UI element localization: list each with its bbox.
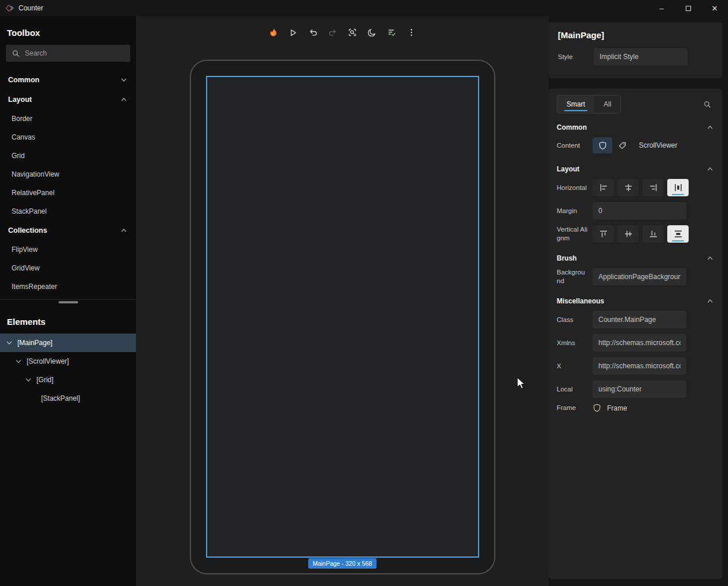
maximize-icon bbox=[686, 6, 691, 11]
undo-icon bbox=[308, 28, 318, 37]
class-label: Class bbox=[557, 316, 593, 324]
background-row: Background bbox=[557, 268, 714, 285]
align-stretch-vertical-icon bbox=[674, 229, 683, 239]
play-icon bbox=[289, 28, 297, 37]
properties-panel: [MainPage] Style Smart All Common bbox=[549, 16, 728, 586]
align-stretch-horizontal-button[interactable] bbox=[667, 179, 689, 196]
more-options-button[interactable] bbox=[404, 25, 419, 40]
chevron-up-icon bbox=[706, 297, 714, 305]
align-top-icon bbox=[599, 229, 608, 239]
vertical-alignment-row: Vertical Alignm bbox=[557, 225, 714, 243]
toolbox-item-flipview[interactable]: FlipView bbox=[0, 240, 136, 259]
content-row: Content ScrollViewer bbox=[557, 137, 714, 153]
x-input[interactable] bbox=[593, 357, 686, 375]
toolbox-item-grid[interactable]: Grid bbox=[0, 146, 136, 165]
undo-button[interactable] bbox=[306, 25, 321, 40]
toolbox-item-navigationview[interactable]: NavigationView bbox=[0, 165, 136, 184]
toolbox-item-stackpanel[interactable]: StackPanel bbox=[0, 202, 136, 221]
app-logo-icon bbox=[6, 4, 14, 12]
hot-design-button[interactable] bbox=[266, 25, 281, 40]
shield-icon bbox=[593, 404, 601, 412]
play-button[interactable] bbox=[286, 25, 301, 40]
tree-item-grid[interactable]: [Grid] bbox=[0, 371, 136, 389]
maximize-button[interactable] bbox=[675, 0, 701, 16]
x-row: X bbox=[557, 357, 714, 375]
content-element-button[interactable] bbox=[593, 137, 612, 153]
device-frame: MainPage - 320 x 568 bbox=[190, 60, 495, 574]
window-controls: – ✕ bbox=[648, 0, 728, 16]
align-center-button[interactable] bbox=[617, 179, 639, 196]
section-layout[interactable]: Layout bbox=[557, 159, 714, 179]
content-tag-button[interactable] bbox=[612, 137, 632, 153]
properties-search-icon[interactable] bbox=[703, 100, 712, 109]
style-input[interactable] bbox=[594, 48, 687, 65]
toolbox-title: Toolbox bbox=[7, 28, 129, 38]
frame-label: Frame bbox=[557, 404, 593, 412]
background-input[interactable] bbox=[593, 268, 686, 285]
validation-button[interactable] bbox=[384, 25, 399, 40]
theme-toggle-button[interactable] bbox=[365, 25, 380, 40]
x-label: X bbox=[557, 362, 593, 371]
align-left-button[interactable] bbox=[593, 179, 614, 196]
frame-value[interactable]: Frame bbox=[607, 404, 627, 412]
section-brush[interactable]: Brush bbox=[557, 248, 714, 268]
tree-item-scrollviewer[interactable]: [ScrollViewer] bbox=[0, 352, 136, 371]
frame-row: Frame Frame bbox=[557, 404, 714, 412]
align-stretch-vertical-button[interactable] bbox=[667, 225, 689, 243]
redo-icon bbox=[328, 28, 337, 37]
align-center-icon bbox=[624, 183, 633, 192]
toolbox-item-border[interactable]: Border bbox=[0, 109, 136, 128]
tab-smart[interactable]: Smart bbox=[557, 96, 594, 113]
chevron-down-icon bbox=[5, 339, 13, 347]
mainpage-design-surface[interactable] bbox=[206, 76, 479, 558]
window-title: Counter bbox=[19, 4, 43, 12]
tree-item-mainpage[interactable]: [MainPage] bbox=[0, 334, 136, 352]
class-input[interactable] bbox=[593, 311, 686, 328]
tree-item-stackpanel[interactable]: [StackPanel] bbox=[0, 389, 136, 408]
xmlns-row: Xmlns bbox=[557, 334, 714, 351]
panel-splitter[interactable] bbox=[0, 299, 136, 305]
toolbox-item-gridview[interactable]: GridView bbox=[0, 259, 136, 277]
minimize-button[interactable]: – bbox=[648, 0, 675, 16]
align-right-button[interactable] bbox=[642, 179, 664, 196]
align-bottom-button[interactable] bbox=[642, 225, 664, 243]
toolbox-sidebar: Toolbox Common Layout Border Canvas Grid… bbox=[0, 16, 136, 586]
align-right-icon bbox=[649, 183, 658, 192]
fit-view-icon bbox=[348, 28, 357, 37]
fit-view-button[interactable] bbox=[345, 25, 360, 40]
page-size-badge: MainPage - 320 x 568 bbox=[308, 558, 377, 569]
toolbox-search[interactable] bbox=[6, 45, 130, 62]
close-button[interactable]: ✕ bbox=[701, 0, 728, 16]
xmlns-input[interactable] bbox=[593, 334, 686, 351]
toolbox-section-common[interactable]: Common bbox=[0, 70, 136, 90]
align-middle-button[interactable] bbox=[617, 225, 639, 243]
toolbox-item-itemsrepeater[interactable]: ItemsRepeater bbox=[0, 277, 136, 296]
content-value[interactable]: ScrollViewer bbox=[639, 141, 677, 149]
content-label: Content bbox=[557, 141, 593, 150]
chevron-down-icon bbox=[24, 376, 32, 384]
tab-all[interactable]: All bbox=[594, 96, 620, 113]
toolbox-item-canvas[interactable]: Canvas bbox=[0, 128, 136, 146]
chevron-up-icon bbox=[706, 165, 714, 173]
style-label: Style bbox=[558, 53, 594, 61]
margin-input[interactable] bbox=[593, 202, 686, 219]
toolbox-item-relativepanel[interactable]: RelativePanel bbox=[0, 184, 136, 202]
class-row: Class bbox=[557, 311, 714, 328]
search-input[interactable] bbox=[25, 49, 124, 57]
section-common[interactable]: Common bbox=[557, 118, 714, 137]
selected-element-title: [MainPage] bbox=[558, 30, 713, 40]
toolbox-section-collections[interactable]: Collections bbox=[0, 221, 136, 240]
xmlns-label: Xmlns bbox=[557, 339, 593, 347]
redo-button[interactable] bbox=[325, 25, 340, 40]
toolbox-section-layout[interactable]: Layout bbox=[0, 90, 136, 109]
flame-icon bbox=[269, 28, 278, 38]
splitter-grip[interactable] bbox=[58, 301, 78, 303]
section-miscellaneous[interactable]: Miscellaneous bbox=[557, 291, 714, 311]
chevron-up-icon bbox=[120, 96, 128, 104]
shield-icon bbox=[598, 141, 607, 150]
align-top-button[interactable] bbox=[593, 225, 614, 243]
local-input[interactable] bbox=[593, 380, 686, 398]
selection-header-card: [MainPage] Style bbox=[549, 22, 722, 78]
align-bottom-icon bbox=[649, 229, 658, 239]
align-left-icon bbox=[599, 183, 608, 192]
